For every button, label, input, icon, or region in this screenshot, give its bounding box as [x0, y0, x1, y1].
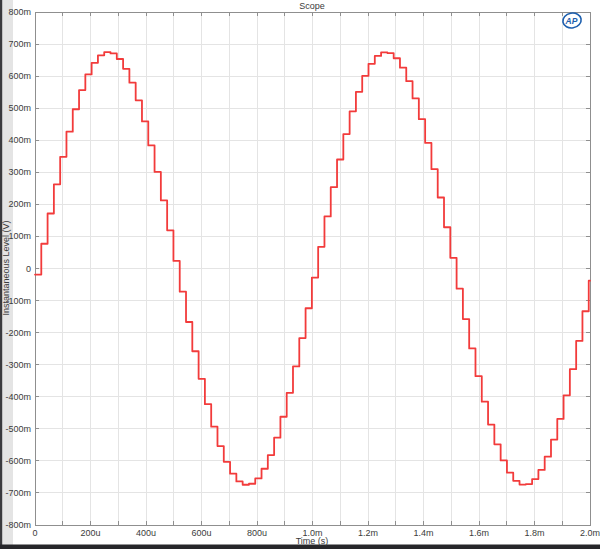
y-tick-label: -700m: [5, 488, 31, 498]
chart-title: Scope: [299, 1, 325, 11]
x-axis-label: Time (s): [296, 536, 329, 546]
scope-chart: Scope 0200u400u600u800u1.0m1.2m1.4m1.6m1…: [0, 0, 600, 549]
y-tick-label: 200m: [8, 199, 31, 209]
y-tick-label: -400m: [5, 392, 31, 402]
y-tick-label: 100m: [8, 231, 31, 241]
scope-graph-window: Scope 0200u400u600u800u1.0m1.2m1.4m1.6m1…: [0, 0, 600, 549]
y-tick-label: -600m: [5, 456, 31, 466]
y-tick-label: 500m: [8, 103, 31, 113]
y-axis-label: Instantaneous Level (V): [1, 220, 11, 315]
x-tick-label: 1.4m: [413, 528, 433, 538]
x-tick-label: 400u: [136, 528, 156, 538]
y-tick-label: -800m: [5, 520, 31, 530]
y-tick-label: 0: [26, 264, 31, 274]
x-tick-label: 600u: [191, 528, 211, 538]
x-tick-label: 1.8m: [524, 528, 544, 538]
y-tick-label: -500m: [5, 424, 31, 434]
y-tick-label: 400m: [8, 135, 31, 145]
ap-logo-text: AP: [565, 16, 578, 26]
x-tick-label: 1.2m: [358, 528, 378, 538]
x-tick-label: 0: [32, 528, 37, 538]
x-tick-label: 200u: [80, 528, 100, 538]
x-tick-label: 800u: [247, 528, 267, 538]
x-tick-label: 1.6m: [469, 528, 489, 538]
ap-logo-icon: AP: [562, 12, 583, 30]
y-tick-label: 800m: [8, 7, 31, 17]
y-tick-label: 300m: [8, 167, 31, 177]
y-tick-label: -300m: [5, 360, 31, 370]
y-tick-label: 700m: [8, 39, 31, 49]
x-tick-label: 2.0m: [580, 528, 600, 538]
y-tick-label: 600m: [8, 71, 31, 81]
y-tick-label: -200m: [5, 328, 31, 338]
grid: [35, 12, 590, 525]
